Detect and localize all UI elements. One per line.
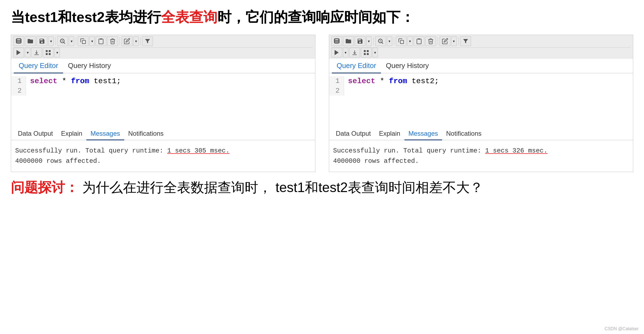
right-editor-area[interactable]: 1 select * from test2; 2 [329, 73, 633, 128]
r-editor-line-1: 1 select * from test2; [329, 76, 633, 86]
download-btn[interactable] [31, 48, 42, 57]
r-line-num-1: 1 [329, 76, 344, 86]
svg-rect-19 [367, 50, 369, 52]
r-folder-btn[interactable] [343, 36, 354, 46]
svg-point-0 [16, 38, 21, 40]
header-title: 当test1和test2表均进行全表查询时，它们的查询响应时间如下： [11, 8, 633, 27]
r-filter-btn[interactable] [460, 36, 471, 46]
r-save-btn[interactable] [355, 36, 365, 46]
save-dropdown-btn[interactable]: ▾ [48, 36, 54, 46]
right-msg-text1-before: Successfully run. Total query runtime: [333, 147, 485, 154]
svg-line-3 [64, 42, 65, 44]
r-download-btn[interactable] [349, 48, 360, 57]
r-divider2 [394, 37, 394, 45]
r-view-dropdown[interactable]: ▾ [372, 48, 378, 57]
divider3 [120, 37, 120, 45]
paste-btn[interactable] [96, 36, 106, 46]
right-tab-notifications[interactable]: Notifications [442, 128, 486, 140]
folder-icon-btn[interactable] [25, 36, 36, 46]
view-dropdown-btn[interactable]: ▾ [54, 48, 60, 57]
r-database-btn[interactable] [331, 36, 342, 46]
r-query-tool-btn[interactable] [375, 36, 386, 46]
copy-dropdown-btn[interactable]: ▾ [89, 36, 95, 46]
left-msg-runtime: 1 secs 305 msec. [167, 147, 230, 154]
r-edit-btn[interactable] [440, 36, 450, 46]
table-name-1: test1; [94, 77, 121, 85]
filter-btn[interactable] [142, 36, 153, 46]
r-edit-dropdown[interactable]: ▾ [451, 36, 457, 46]
right-messages-area: Successfully run. Total query runtime: 1… [329, 140, 633, 172]
right-tab-explain[interactable]: Explain [375, 128, 404, 140]
copy-btn[interactable] [78, 36, 89, 46]
query-tool-btn[interactable] [57, 36, 68, 46]
execute-dropdown-btn[interactable]: ▾ [25, 48, 30, 57]
left-msg-line1: Successfully run. Total query runtime: 1… [15, 146, 311, 156]
database-icon-btn[interactable] [13, 36, 24, 46]
right-panel: ▾ ▾ ▾ [329, 35, 633, 172]
right-msg-line2: 4000000 rows affected. [333, 156, 629, 166]
delete-btn[interactable] [107, 36, 118, 46]
r-delete-btn[interactable] [425, 36, 436, 46]
panels-container: ▾ ▾ ▾ [11, 35, 633, 172]
divider2 [76, 37, 76, 45]
right-query-tab-bar: Query Editor Query History [329, 59, 633, 73]
svg-rect-20 [364, 53, 366, 55]
r-copy-btn[interactable] [396, 36, 407, 46]
svg-rect-4 [82, 40, 86, 44]
header-text-before: 当test1和test2表均进行 [11, 9, 161, 25]
right-tab-messages[interactable]: Messages [404, 128, 442, 140]
left-tab-query-history[interactable]: Query History [63, 59, 116, 73]
left-tab-messages[interactable]: Messages [86, 128, 124, 140]
header-highlight: 全表查询 [161, 9, 217, 25]
r-table-name: test2; [412, 77, 439, 85]
footer-text: 为什么在进行全表数据查询时， test1和test2表查询时间相差不大？ [79, 180, 483, 195]
footer-section: 问题探讨： 为什么在进行全表数据查询时， test1和test2表查询时间相差不… [11, 177, 633, 198]
keyword-select: select [30, 77, 57, 85]
divider4 [140, 37, 140, 45]
view-btn[interactable] [43, 48, 54, 57]
r-line-content-2 [344, 86, 353, 96]
r-execute-btn[interactable] [331, 48, 342, 57]
r-view-btn[interactable] [361, 48, 372, 57]
right-tab-data-output[interactable]: Data Output [332, 128, 375, 140]
left-query-tab-bar: Query Editor Query History [11, 59, 315, 73]
edit-btn[interactable] [122, 36, 132, 46]
right-tab-query-history[interactable]: Query History [381, 59, 434, 73]
execute-btn[interactable] [13, 48, 24, 57]
r-save-dropdown[interactable]: ▾ [366, 36, 372, 46]
editor-line-1: 1 select * from test1; [11, 76, 315, 86]
left-toolbar-section: ▾ ▾ ▾ [11, 35, 315, 59]
left-tab-query-editor[interactable]: Query Editor [14, 59, 63, 73]
r-divider4 [458, 37, 459, 45]
r-line-content-1: select * from test2; [344, 76, 439, 86]
right-tab-query-editor[interactable]: Query Editor [332, 59, 381, 73]
left-msg-line2: 4000000 rows affected. [15, 156, 311, 166]
edit-dropdown-btn[interactable]: ▾ [133, 36, 139, 46]
left-messages-area: Successfully run. Total query runtime: 1… [11, 140, 315, 172]
left-tab-explain[interactable]: Explain [57, 128, 86, 140]
line-content-2 [26, 86, 35, 96]
r-copy-dropdown[interactable]: ▾ [407, 36, 413, 46]
svg-point-2 [62, 40, 63, 41]
r-execute-dropdown[interactable]: ▾ [343, 48, 348, 57]
svg-rect-15 [400, 40, 404, 44]
search-dropdown-btn[interactable]: ▾ [69, 36, 74, 46]
svg-rect-8 [49, 50, 51, 52]
svg-rect-10 [49, 53, 51, 55]
left-editor-area[interactable]: 1 select * from test1; 2 [11, 73, 315, 128]
r-paste-btn[interactable] [414, 36, 424, 46]
left-tab-notifications[interactable]: Notifications [124, 128, 168, 140]
left-tab-data-output[interactable]: Data Output [14, 128, 57, 140]
r-keyword-from: from [389, 77, 407, 85]
r-divider3 [438, 37, 438, 45]
r-editor-line-2: 2 [329, 86, 633, 96]
svg-line-14 [382, 42, 383, 44]
right-toolbar-row2: ▾ ▾ [331, 48, 631, 59]
editor-line-2: 2 [11, 86, 315, 96]
r-divider1 [373, 37, 374, 45]
r-search-dropdown[interactable]: ▾ [387, 36, 392, 46]
save-icon-btn[interactable] [37, 36, 47, 46]
right-msg-runtime: 1 secs 326 msec. [485, 147, 547, 154]
divider1 [55, 37, 55, 45]
svg-marker-17 [335, 50, 339, 55]
